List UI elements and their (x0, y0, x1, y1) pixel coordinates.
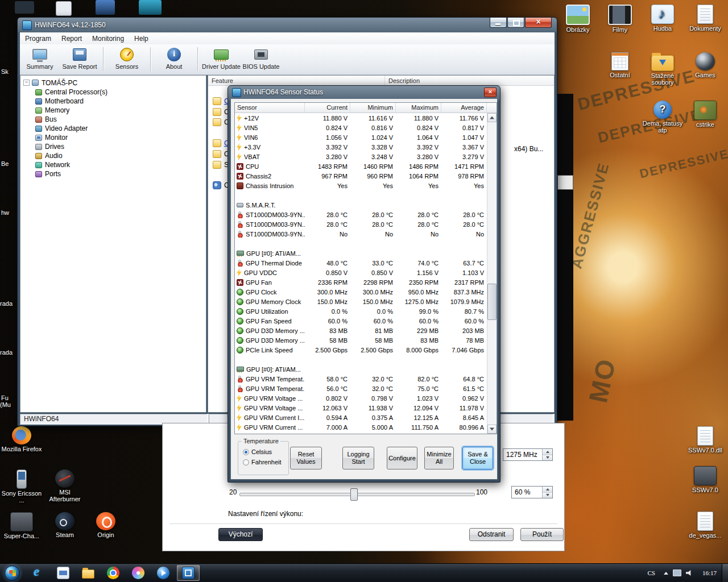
sensor-row-gpu-vrm-temperat[interactable]: GPU VRM Temperat...56.0 °C32.0 °C75.0 °C… (235, 384, 487, 393)
tree-item-ports[interactable]: Ports (35, 169, 206, 178)
tree-item-central-processor-s[interactable]: Central Processor(s) (35, 88, 206, 97)
column-maximum[interactable]: Maximum (396, 103, 441, 113)
close-icon[interactable]: × (484, 88, 497, 97)
sensor-row-gpu-vddc[interactable]: GPU VDDC0.850 V0.850 V1.156 V1.103 V (235, 268, 487, 277)
sensor-row-gpu-utilization[interactable]: GPU Utilization0.0 %0.0 %99.0 %80.7 % (235, 306, 487, 316)
toolbar-button-bios-update[interactable]: BIOS Update (241, 46, 281, 70)
scroll-up-icon[interactable] (487, 113, 497, 122)
dialog-button-configure[interactable]: Configure (387, 447, 417, 469)
core-clock-spinner[interactable]: 1275 MHz (503, 448, 553, 461)
tree-item-network[interactable]: Network (35, 160, 206, 169)
dialog-button-minimize-all[interactable]: Minimize All (424, 447, 454, 469)
toolbar-button-save-report[interactable]: Save Report (60, 46, 100, 70)
maximize-icon[interactable] (507, 18, 524, 28)
tree-item-drives[interactable]: Drives (35, 142, 206, 151)
teal-app-icon[interactable] (139, 0, 162, 15)
taskbar-media-player-icon[interactable] (152, 565, 175, 581)
power-slider[interactable] (239, 493, 475, 496)
sensor-row-gpu-vrm-current[interactable]: GPU VRM Current ...7.000 A5.000 A111.750… (235, 422, 487, 432)
sensor-row-gpu-fan-speed[interactable]: GPU Fan Speed60.0 %60.0 %60.0 %60.0 % (235, 316, 487, 326)
tree-item-monitor[interactable]: Monitor (35, 133, 206, 142)
desktop-icon-sony-ericsson[interactable]: Sony Ericsson ... (1, 469, 42, 504)
desktop-icon-sta-en-soubory[interactable]: Stažené soubory (642, 52, 683, 86)
sensor-row-gpu-0-ati-am[interactable]: GPU [#0]: ATI/AM... (235, 364, 487, 374)
desktop-icon-sswv7-0-dll[interactable]: SSWv7.0.dll (685, 426, 726, 454)
display-tray-icon[interactable] (673, 569, 681, 576)
desktop-icon-games[interactable]: Games (685, 52, 726, 78)
desktop-icon-de-vegas[interactable]: de_vegas... (685, 512, 726, 539)
column-sensor[interactable]: Sensor (235, 103, 305, 113)
column-average[interactable]: Average (441, 103, 487, 113)
down-arrow-icon[interactable] (543, 493, 552, 498)
sensor-row-chassis2[interactable]: Chassis2967 RPM960 RPM1064 RPM978 RPM (235, 171, 487, 181)
main-title-bar[interactable]: HWiNFO64 v4.12-1850 (18, 18, 557, 32)
table-scrollbar[interactable] (487, 113, 497, 434)
sensor-row-gpu-0-ati-am[interactable]: GPU [#0]: ATI/AM... (235, 248, 487, 258)
volume-tray-icon[interactable] (686, 569, 693, 576)
sensor-row-gpu-memory-clock[interactable]: GPU Memory Clock150.0 MHz150.0 MHz1275.0… (235, 297, 487, 306)
tree-item-motherboard[interactable]: Motherboard (35, 97, 206, 106)
sensor-row-pcie-link-speed[interactable]: PCIe Link Speed2.500 Gbps2.500 Gbps8.000… (235, 345, 487, 355)
language-indicator[interactable]: CS (643, 569, 659, 576)
toolbar-button-driver-update[interactable]: Driver Update (201, 46, 241, 70)
sensor-row-cpu[interactable]: CPU1483 RPM1460 RPM1486 RPM1471 RPM (235, 161, 487, 171)
up-arrow-icon[interactable] (543, 449, 552, 455)
scroll-down-icon[interactable] (487, 425, 497, 434)
menu-help[interactable]: Help (129, 34, 154, 44)
button-v-choz[interactable]: Výchozí (218, 528, 263, 541)
dialog-title-bar[interactable]: HWiNFO64 Sensor Status × (228, 86, 500, 98)
sensor-row-gpu-vrm-voltage[interactable]: GPU VRM Voltage ...12.063 V11.938 V12.09… (235, 403, 487, 413)
sensor-row-st1000dm003-9yn[interactable]: ST1000DM003-9YN...28.0 °C28.0 °C28.0 °C2… (235, 219, 487, 229)
dialog-button-save-close[interactable]: Save & Close (462, 447, 493, 469)
radio-fahrenheit[interactable]: Fahrenheit (243, 459, 288, 465)
tree-item-audio[interactable]: Audio (35, 151, 206, 160)
taskbar-mail-app-icon[interactable] (52, 565, 75, 581)
menu-report[interactable]: Report (56, 34, 87, 44)
column-header-description[interactable]: Description (385, 76, 554, 86)
desktop-icon-dokumenty[interactable]: Dokumenty (685, 5, 726, 32)
slider-thumb[interactable] (350, 488, 358, 501)
close-icon[interactable] (525, 18, 552, 28)
down-arrow-icon[interactable] (543, 455, 552, 461)
desktop-icon-filmy[interactable]: Filmy (599, 5, 640, 33)
taskbar-photos-app-icon[interactable] (127, 565, 150, 581)
taskbar-hwinfo-icon[interactable] (177, 565, 200, 581)
column-minimum[interactable]: Minimum (350, 103, 396, 113)
sensor-row-st1000dm003-9yn[interactable]: ST1000DM003-9YN...28.0 °C28.0 °C28.0 °C2… (235, 210, 487, 219)
radio-celsius[interactable]: Celsius (243, 448, 288, 455)
dark-app-icon[interactable] (15, 1, 34, 14)
sensor-row-vin5[interactable]: VIN50.824 V0.816 V0.824 V0.817 V (235, 123, 487, 132)
sensor-row-gpu-fan[interactable]: GPU Fan2336 RPM2298 RPM2350 RPM2317 RPM (235, 277, 487, 287)
dialog-button-logging-start[interactable]: Logging Start (342, 447, 374, 469)
sensor-row-chassis-intrusion[interactable]: Chassis IntrusionYesYesYesYes (235, 181, 487, 190)
fan-percent-spinner[interactable]: 60 % (511, 486, 553, 498)
hidden-icons-chevron-icon[interactable] (664, 572, 668, 575)
taskbar-internet-explorer-icon[interactable] (27, 565, 49, 581)
minimize-icon[interactable] (490, 18, 507, 28)
sensor-row-gpu-thermal-diode[interactable]: GPU Thermal Diode48.0 °C33.0 °C74.0 °C63… (235, 258, 487, 268)
desktop-icon-hudba[interactable]: Hudba (642, 5, 683, 32)
sensor-row-gpu-vrm-voltage[interactable]: GPU VRM Voltage ...0.802 V0.798 V1.023 V… (235, 393, 487, 403)
desktop-icon-origin[interactable]: Origin (85, 512, 126, 538)
desktop-icon-mozilla-firefox[interactable]: Mozilla Firefox (1, 426, 42, 452)
desktop-icon-obr-zky[interactable]: Obrázky (557, 5, 598, 33)
button-odstranit[interactable]: Odstranit (469, 528, 514, 541)
sensor-row-gpu-vrm-current-i[interactable]: GPU VRM Current I...0.594 A0.375 A12.125… (235, 413, 487, 422)
tree-item-memory[interactable]: Memory (35, 106, 206, 115)
desktop-icon-steam[interactable]: Steam (44, 512, 85, 538)
desktop-icon-msi-afterburner[interactable]: MSI Afterburner (44, 469, 85, 502)
sensor-row-gpu-vrm-temperat[interactable]: GPU VRM Temperat...58.0 °C32.0 °C82.0 °C… (235, 374, 487, 384)
sensor-row-3-3v[interactable]: +3.3V3.392 V3.328 V3.392 V3.367 V (235, 142, 487, 152)
column-header-feature[interactable]: Feature (208, 76, 385, 86)
sensor-row-vbat[interactable]: VBAT3.280 V3.248 V3.280 V3.279 V (235, 152, 487, 161)
menu-monitoring[interactable]: Monitoring (87, 34, 129, 44)
tree-item-bus[interactable]: Bus (35, 115, 206, 124)
dialog-button-reset-values[interactable]: Reset Values (290, 447, 322, 469)
tree-root-item[interactable]: TOMÁŠ-PC (23, 78, 206, 88)
sensor-row-st1000dm003-9yn[interactable]: ST1000DM003-9YN...NoNoNoNo (235, 229, 487, 239)
show-desktop-button[interactable] (722, 564, 728, 582)
up-arrow-icon[interactable] (543, 487, 552, 493)
sensor-row-vin6[interactable]: VIN61.056 V1.024 V1.064 V1.047 V (235, 132, 487, 142)
button-pou-t[interactable]: Použít (520, 528, 564, 541)
document-icon[interactable] (56, 1, 72, 16)
